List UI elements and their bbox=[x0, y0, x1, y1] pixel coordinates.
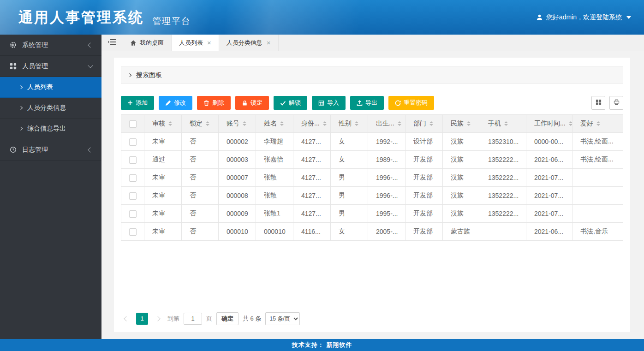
columns-icon bbox=[596, 99, 602, 107]
total-count-label: 共 6 条 bbox=[243, 315, 261, 323]
fold-icon bbox=[108, 39, 116, 47]
lock-button[interactable]: 锁定 bbox=[235, 96, 269, 110]
button-label: 修改 bbox=[174, 99, 186, 107]
tab-personnel-list[interactable]: 人员列表 × bbox=[172, 35, 219, 51]
row-checkbox[interactable] bbox=[129, 138, 137, 146]
column-header[interactable]: 账号 bbox=[219, 115, 256, 133]
column-header[interactable]: 部门 bbox=[405, 115, 443, 133]
button-label: 解锁 bbox=[289, 99, 301, 107]
sort-icon[interactable] bbox=[596, 121, 600, 126]
page-size-select[interactable]: 15 条/页 bbox=[265, 312, 300, 325]
sidebar-item-log-management[interactable]: 日志管理 bbox=[0, 139, 101, 161]
table-row[interactable]: 未审否000008张散4127...男1996-...开发部汉族1352222.… bbox=[121, 187, 623, 205]
table-cell: 男 bbox=[331, 205, 368, 223]
user-menu[interactable]: 您好admin，欢迎登陆系统 bbox=[536, 13, 631, 22]
column-header[interactable]: 姓名 bbox=[256, 115, 293, 133]
sort-icon[interactable] bbox=[355, 121, 358, 126]
sidebar-fold-button[interactable] bbox=[101, 35, 123, 51]
next-page-button[interactable] bbox=[152, 313, 163, 325]
column-header[interactable]: 身份... bbox=[293, 115, 331, 133]
row-checkbox[interactable] bbox=[129, 174, 137, 182]
column-label: 身份... bbox=[301, 119, 320, 128]
column-label: 工作时间... bbox=[534, 119, 566, 128]
modules-icon bbox=[9, 62, 17, 70]
column-header[interactable]: 性别 bbox=[331, 115, 368, 133]
table-cell: 1352222... bbox=[480, 205, 526, 223]
table-row[interactable]: 未审否000002李瑞超4127...女1992-...设计部汉族1352310… bbox=[121, 133, 623, 151]
print-button[interactable] bbox=[609, 96, 623, 110]
app-subtitle: 管理平台 bbox=[152, 15, 191, 27]
table-cell: 0000-00... bbox=[526, 133, 572, 151]
checkbox-cell bbox=[121, 205, 144, 223]
chevron-left-icon bbox=[124, 316, 129, 321]
sort-icon[interactable] bbox=[504, 121, 508, 126]
sidebar-item-info-export[interactable]: 综合信息导出 bbox=[0, 119, 101, 139]
table-cell: 1352222... bbox=[480, 151, 526, 169]
table-cell: 开发部 bbox=[405, 169, 443, 187]
table-row[interactable]: 未审否000009张散14127...男1995-...开发部汉族1352222… bbox=[121, 205, 623, 223]
table-cell: 2021-06... bbox=[526, 223, 572, 241]
sidebar-item-personnel-list[interactable]: 人员列表 bbox=[0, 77, 101, 98]
search-panel-toggle[interactable]: 搜索面板 bbox=[121, 66, 623, 84]
unlock-button[interactable]: 解锁 bbox=[274, 96, 307, 110]
export-button[interactable]: 导出 bbox=[350, 96, 384, 110]
chevron-left-icon bbox=[88, 42, 93, 48]
column-header[interactable]: 出生... bbox=[368, 115, 405, 133]
column-label: 爱好 bbox=[580, 119, 593, 128]
delete-button[interactable]: 删除 bbox=[197, 96, 231, 110]
import-button[interactable]: 导入 bbox=[312, 96, 346, 110]
edit-icon bbox=[165, 100, 171, 106]
column-toggle-button[interactable] bbox=[591, 96, 605, 110]
row-checkbox[interactable] bbox=[129, 210, 137, 218]
gear-icon bbox=[9, 41, 17, 49]
select-all-checkbox[interactable] bbox=[129, 120, 137, 128]
chevron-right-icon bbox=[155, 316, 160, 321]
column-header[interactable]: 锁定 bbox=[182, 115, 219, 133]
confirm-button[interactable]: 确定 bbox=[216, 312, 239, 325]
row-checkbox[interactable] bbox=[129, 228, 137, 236]
table-cell: 4127... bbox=[293, 169, 331, 187]
row-checkbox[interactable] bbox=[129, 192, 137, 200]
sort-icon[interactable] bbox=[206, 121, 209, 126]
row-checkbox[interactable] bbox=[129, 156, 137, 164]
goto-page-input[interactable] bbox=[184, 313, 202, 325]
table-row[interactable]: 未审否0000100000104116...女2005-...开发部蒙古族202… bbox=[121, 223, 623, 241]
sort-icon[interactable] bbox=[243, 121, 246, 126]
table-cell bbox=[572, 205, 623, 223]
sort-icon[interactable] bbox=[429, 121, 433, 126]
table-row[interactable]: 未审否000007张散4127...男1996-...开发部汉族1352222.… bbox=[121, 169, 623, 187]
column-header[interactable]: 工作时间... bbox=[526, 115, 572, 133]
column-header[interactable]: 爱好 bbox=[572, 115, 623, 133]
edit-button[interactable]: 修改 bbox=[159, 96, 192, 110]
column-header[interactable]: 审核 bbox=[144, 115, 182, 133]
sort-icon[interactable] bbox=[280, 121, 284, 126]
sidebar-item-personnel-management[interactable]: 人员管理 bbox=[0, 56, 101, 77]
table-cell: 000008 bbox=[219, 187, 256, 205]
user-icon bbox=[536, 14, 543, 21]
sort-icon[interactable] bbox=[569, 121, 572, 126]
sort-icon[interactable] bbox=[398, 121, 401, 126]
column-header[interactable]: 手机 bbox=[480, 115, 526, 133]
checkbox-cell bbox=[121, 187, 144, 205]
table-row[interactable]: 通过否000003张嘉怡4127...女1989-...开发部汉族1352222… bbox=[121, 151, 623, 169]
reset-password-button[interactable]: 重置密码 bbox=[388, 96, 434, 110]
page-number-button[interactable]: 1 bbox=[136, 313, 148, 325]
add-button[interactable]: 添加 bbox=[121, 96, 154, 110]
sidebar-item-system-management[interactable]: 系统管理 bbox=[0, 35, 101, 56]
tab-personnel-category[interactable]: 人员分类信息 × bbox=[219, 35, 279, 51]
sort-icon[interactable] bbox=[467, 121, 471, 126]
column-header[interactable]: 民族 bbox=[443, 115, 480, 133]
close-icon[interactable]: × bbox=[267, 39, 271, 46]
sidebar-item-personnel-category[interactable]: 人员分类信息 bbox=[0, 98, 101, 119]
sidebar: 系统管理 人员管理 人员列表 人员分类信息 综合信息导出 日志管理 bbox=[0, 35, 101, 339]
sort-icon[interactable] bbox=[168, 121, 172, 126]
close-icon[interactable]: × bbox=[207, 39, 211, 46]
table-cell: 未审 bbox=[144, 205, 182, 223]
chevron-down-icon bbox=[88, 63, 93, 68]
tab-my-desktop[interactable]: 我的桌面 bbox=[123, 35, 172, 51]
prev-page-button[interactable] bbox=[121, 313, 132, 325]
sidebar-item-label: 系统管理 bbox=[22, 41, 89, 49]
sort-icon[interactable] bbox=[323, 121, 327, 126]
sidebar-subitem-label: 人员列表 bbox=[27, 83, 53, 91]
table-cell: 000010 bbox=[256, 223, 293, 241]
